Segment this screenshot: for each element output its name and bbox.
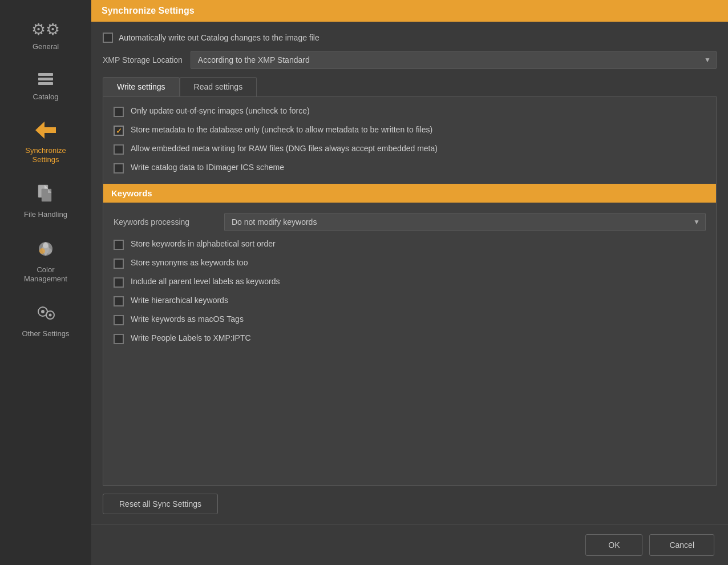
main-content: Synchronize Settings Automatically write…: [91, 0, 728, 565]
svg-rect-0: [38, 73, 53, 76]
auto-write-checkbox[interactable]: [103, 33, 113, 43]
sidebar-item-other-settings[interactable]: Other Settings: [0, 293, 91, 349]
xmp-storage-label: XMP Storage Location: [103, 55, 183, 64]
auto-write-row: Automatically write out Catalog changes …: [103, 32, 717, 43]
sidebar-item-synchronize[interactable]: SynchronizeSettings: [0, 111, 91, 174]
color-management-icon: [37, 240, 55, 261]
gear-icon: ⚙: [31, 22, 60, 38]
sidebar-item-label: SynchronizeSettings: [25, 146, 66, 164]
settings-tabs: Write settings Read settings: [103, 77, 717, 97]
store-alpha-checkbox[interactable]: [114, 240, 124, 250]
keywords-processing-select[interactable]: Do not modify keywords Flatten keywords …: [224, 213, 706, 231]
ok-button[interactable]: OK: [585, 534, 642, 556]
svg-point-19: [49, 314, 52, 317]
allow-embedded-checkbox[interactable]: [114, 144, 124, 155]
catalog-icon: [37, 72, 54, 88]
keywords-processing-select-wrapper: Do not modify keywords Flatten keywords …: [224, 213, 706, 231]
other-settings-icon: [35, 304, 56, 325]
tab-read-settings[interactable]: Read settings: [180, 77, 257, 96]
sidebar-item-label: File Handling: [24, 210, 67, 219]
xmp-storage-select-wrapper: According to the XMP Standard Sidecar fi…: [191, 51, 717, 69]
cancel-button[interactable]: Cancel: [649, 534, 714, 556]
sidebar-item-label: ColorManagement: [24, 265, 67, 283]
check-row-write-macos-tags: Write keywords as macOS Tags: [114, 314, 706, 325]
svg-point-14: [46, 248, 52, 254]
include-parent-checkbox[interactable]: [114, 277, 124, 288]
only-update-checkbox[interactable]: [114, 107, 124, 117]
tab-panel: Only update out-of-sync images (uncheck …: [103, 97, 717, 486]
keywords-processing-row: Keywords processing Do not modify keywor…: [114, 213, 706, 231]
store-synonyms-label: Store synonyms as keywords too: [131, 258, 248, 267]
store-metadata-label: Store metadata to the database only (unc…: [131, 125, 432, 134]
check-row-write-hierarchical: Write hierarchical keywords: [114, 296, 706, 306]
write-macos-tags-label: Write keywords as macOS Tags: [131, 314, 244, 324]
xmp-storage-select[interactable]: According to the XMP Standard Sidecar fi…: [191, 51, 717, 69]
store-alpha-label: Store keywords in alphabetical sort orde…: [131, 239, 276, 248]
write-hierarchical-checkbox[interactable]: [114, 296, 124, 306]
sync-icon: [35, 122, 56, 142]
svg-point-15: [43, 243, 48, 248]
sidebar-item-label: General: [33, 42, 59, 51]
sidebar-item-color-management[interactable]: ColorManagement: [0, 229, 91, 293]
allow-embedded-label: Allow embedded meta writing for RAW file…: [131, 144, 438, 153]
footer: OK Cancel: [91, 524, 728, 565]
section-title: Synchronize Settings: [91, 0, 728, 22]
sidebar-item-general[interactable]: ⚙ General: [0, 11, 91, 62]
reset-sync-settings-button[interactable]: Reset all Sync Settings: [103, 494, 218, 514]
sidebar-item-file-handling[interactable]: File Handling: [0, 174, 91, 229]
sidebar: ⚙ General Catalog SynchronizeSettings: [0, 0, 91, 565]
svg-point-17: [41, 310, 45, 313]
write-macos-tags-checkbox[interactable]: [114, 315, 124, 325]
auto-write-label: Automatically write out Catalog changes …: [119, 33, 319, 42]
svg-rect-9: [42, 189, 51, 201]
bottom-bar: Reset all Sync Settings: [103, 494, 717, 514]
file-handling-icon: [37, 184, 55, 205]
sidebar-item-catalog[interactable]: Catalog: [0, 62, 91, 112]
check-row-store-synonyms: Store synonyms as keywords too: [114, 258, 706, 269]
check-row-write-catalog: Write catalog data to IDimager ICS schem…: [114, 163, 706, 173]
check-row-write-people: Write People Labels to XMP:IPTC: [114, 333, 706, 344]
write-catalog-checkbox[interactable]: [114, 163, 124, 173]
check-row-only-update: Only update out-of-sync images (uncheck …: [114, 106, 706, 117]
write-catalog-label: Write catalog data to IDimager ICS schem…: [131, 163, 284, 172]
xmp-storage-row: XMP Storage Location According to the XM…: [103, 51, 717, 69]
check-row-allow-embedded: Allow embedded meta writing for RAW file…: [114, 144, 706, 155]
check-row-store-metadata: Store metadata to the database only (unc…: [114, 125, 706, 136]
keywords-processing-label: Keywords processing: [114, 217, 216, 227]
sidebar-item-label: Other Settings: [22, 329, 69, 338]
keywords-header: Keywords: [103, 184, 716, 203]
write-people-label: Write People Labels to XMP:IPTC: [131, 333, 251, 342]
only-update-label: Only update out-of-sync images (uncheck …: [131, 106, 310, 115]
write-people-checkbox[interactable]: [114, 334, 124, 344]
sidebar-item-label: Catalog: [33, 92, 59, 102]
svg-point-13: [39, 248, 45, 254]
store-synonyms-checkbox[interactable]: [114, 259, 124, 269]
include-parent-label: Include all parent level labels as keywo…: [131, 277, 280, 286]
check-row-include-parent: Include all parent level labels as keywo…: [114, 277, 706, 288]
content-area: Automatically write out Catalog changes …: [91, 22, 728, 524]
check-row-store-alpha: Store keywords in alphabetical sort orde…: [114, 239, 706, 250]
svg-rect-1: [38, 78, 53, 80]
store-metadata-checkbox[interactable]: [114, 126, 124, 136]
svg-rect-2: [38, 82, 53, 85]
tab-write-settings[interactable]: Write settings: [103, 77, 180, 96]
tab-content-write: Only update out-of-sync images (uncheck …: [103, 97, 716, 485]
write-hierarchical-label: Write hierarchical keywords: [131, 296, 228, 305]
